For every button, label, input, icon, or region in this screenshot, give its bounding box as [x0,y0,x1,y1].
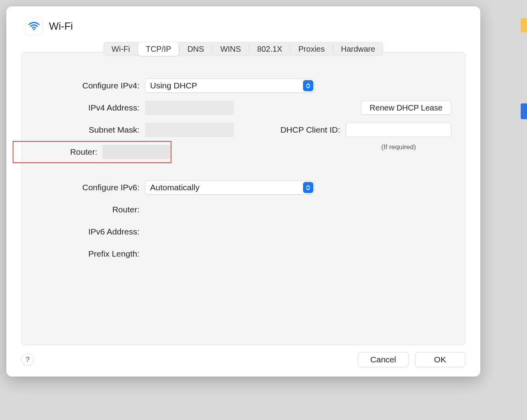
window-edge-accent-mid [521,103,527,119]
cancel-button[interactable]: Cancel [358,352,408,367]
wifi-icon [25,17,43,35]
tab-label: WINS [220,45,241,54]
dhcp-client-id-input[interactable] [346,123,452,137]
chevron-up-down-icon [303,80,313,91]
row-ipv6-address: IPv6 Address: [35,223,452,240]
tabs: Wi-Fi TCP/IP DNS WINS 802.1X Proxies Har… [104,42,383,56]
button-label: OK [434,355,446,364]
renew-dhcp-lease-button[interactable]: Renew DHCP Lease [361,101,452,115]
tab-label: TCP/IP [146,45,171,54]
label-router-ipv4: Router: [35,147,103,157]
label-ipv6-address: IPv6 Address: [35,227,145,236]
row-router-ipv6: Router: [35,201,452,218]
tab-proxies[interactable]: Proxies [290,42,333,56]
select-configure-ipv6[interactable]: Automatically [145,180,315,195]
router-highlight-box: Router: [13,141,171,163]
dhcp-client-id-hint: (If required) [381,143,416,151]
label-prefix-length: Prefix Length: [35,249,145,259]
value-ipv4-address [145,101,234,115]
window-edge-accent-top [521,18,527,32]
footer: ? Cancel OK [6,352,480,377]
label-subnet-mask: Subnet Mask: [35,125,145,135]
tab-dns[interactable]: DNS [179,42,212,56]
ok-button[interactable]: OK [415,352,465,367]
svg-point-0 [33,29,35,30]
label-dhcp-client-id: DHCP Client ID: [280,125,340,135]
value-router-ipv4 [103,145,171,159]
select-configure-ipv4[interactable]: Using DHCP [145,79,315,93]
label-configure-ipv6: Configure IPv6: [35,183,145,192]
row-configure-ipv4: Configure IPv4: Using DHCP [35,77,452,94]
tab-tcpip[interactable]: TCP/IP [138,42,179,56]
header: Wi-Fi [6,6,480,42]
tab-wins[interactable]: WINS [213,42,249,56]
tab-hardware[interactable]: Hardware [333,42,383,56]
page-title: Wi-Fi [49,20,73,32]
value-subnet-mask [145,123,234,137]
row-subnet-mask: Subnet Mask: DHCP Client ID: [35,121,452,139]
label-configure-ipv4: Configure IPv4: [35,81,145,90]
tab-8021x[interactable]: 802.1X [249,42,290,56]
tab-label: DNS [187,45,204,54]
row-configure-ipv6: Configure IPv6: Automatically [35,179,452,196]
tab-label: Proxies [298,45,325,54]
row-ipv4-address: IPv4 Address: Renew DHCP Lease [35,99,452,116]
tab-label: Hardware [341,45,375,54]
button-label: Cancel [370,355,396,364]
tab-label: 802.1X [257,45,282,54]
select-value: Automatically [150,183,200,192]
help-button[interactable]: ? [21,353,34,366]
tab-wifi[interactable]: Wi-Fi [104,42,138,56]
label-router-ipv6: Router: [35,205,145,214]
row-router-ipv4: Router: (If required) [35,143,452,163]
button-label: Renew DHCP Lease [370,103,442,112]
select-value: Using DHCP [150,81,197,90]
preferences-window: Wi-Fi Wi-Fi TCP/IP DNS WINS 802.1X Proxi… [6,6,480,377]
row-prefix-length: Prefix Length: [35,245,452,262]
chevron-up-down-icon [303,182,313,193]
tab-label: Wi-Fi [111,45,130,54]
help-icon: ? [26,356,30,364]
tcpip-panel: Configure IPv4: Using DHCP IPv4 Address: [21,52,465,345]
label-ipv4-address: IPv4 Address: [35,103,145,112]
